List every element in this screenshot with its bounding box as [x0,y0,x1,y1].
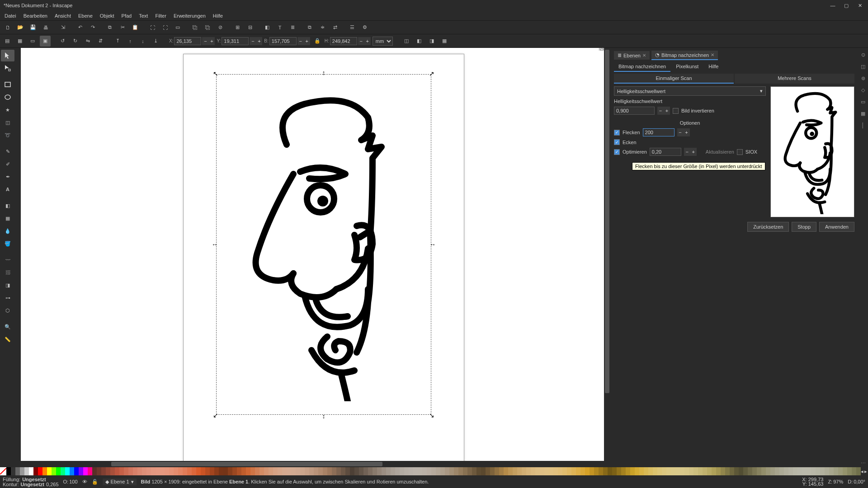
menu-objekt[interactable]: Objekt [96,11,118,20]
eraser-tool-icon[interactable]: ◨ [1,279,14,291]
swatch[interactable] [196,467,201,475]
swatch[interactable] [639,467,644,475]
flip-v-icon[interactable]: ⇵ [95,36,106,47]
selectors-icon[interactable]: ☰ [346,22,358,33]
swatch[interactable] [657,467,662,475]
h-inc[interactable]: + [364,37,371,45]
swatch[interactable] [752,467,757,475]
swatch[interactable] [630,467,635,475]
xml-icon[interactable]: ⧉ [304,22,316,33]
swatch[interactable] [124,467,128,475]
zoom-selection-icon[interactable]: ⛶ [146,22,158,33]
dock-tab-layers[interactable]: ≣ Ebenen ✕ [614,51,650,60]
swatch[interactable] [716,467,721,475]
swatch[interactable] [680,467,684,475]
snap-more-icon[interactable]: ⋯ [859,459,867,467]
swatch[interactable] [413,467,418,475]
rect-tool-icon[interactable] [1,79,14,90]
swatch[interactable] [436,467,440,475]
handle-se[interactable]: ↘ [429,413,434,418]
swatch[interactable] [712,467,716,475]
menu-ebene[interactable]: Ebene [75,11,96,20]
zoom-drawing-icon[interactable]: ⛶ [159,22,171,33]
dropper-tool-icon[interactable]: 💧 [1,225,14,237]
swatch[interactable] [259,467,264,475]
swatch[interactable] [757,467,761,475]
swatch[interactable] [580,467,585,475]
rotate-cw-icon[interactable]: ↻ [70,36,80,47]
swatch[interactable] [287,467,291,475]
swatch[interactable] [693,467,698,475]
swatch[interactable] [169,467,174,475]
swatch[interactable] [29,467,33,475]
zoom-page-icon[interactable]: ▭ [172,22,184,33]
swatch[interactable] [662,467,666,475]
swatch[interactable] [635,467,639,475]
swatch[interactable] [395,467,400,475]
snap-toggle-icon[interactable]: ⊙ [859,51,867,59]
swatch[interactable] [79,467,83,475]
swatch[interactable] [214,467,219,475]
swatch[interactable] [350,467,354,475]
swatch[interactable] [128,467,133,475]
swatch[interactable] [703,467,707,475]
w-input[interactable] [269,37,297,45]
lpe-tool-icon[interactable]: ⬡ [1,305,14,316]
swatch[interactable] [739,467,743,475]
swatch[interactable] [788,467,793,475]
swatch[interactable] [440,467,445,475]
swatch[interactable] [174,467,178,475]
swatch[interactable] [612,467,617,475]
node-tool-icon[interactable] [1,62,14,74]
lower-icon[interactable]: ↓ [137,36,148,47]
layer-selector[interactable]: ◆Ebene 1▾ [103,479,137,485]
swatch[interactable] [797,467,802,475]
swatch[interactable] [779,467,784,475]
swatch[interactable] [33,467,38,475]
swatch[interactable] [359,467,363,475]
trace-method-combo[interactable]: Helligkeitsschwellwert ▾ [614,86,766,96]
close-button[interactable]: ✕ [854,1,866,10]
swatch[interactable] [368,467,373,475]
calligraphy-tool-icon[interactable]: ✒ [1,171,14,183]
swatch[interactable] [92,467,97,475]
new-doc-icon[interactable]: 🗋 [2,22,14,33]
spiral-tool-icon[interactable]: ➰ [1,129,14,141]
swatch[interactable] [156,467,160,475]
gradient-tool-icon[interactable]: ◧ [1,200,14,211]
handle-w[interactable]: ↔ [212,242,217,247]
palette-scroll-icon[interactable]: ◂ [861,467,864,475]
swatch[interactable] [83,467,88,475]
swatch[interactable] [115,467,119,475]
swatch[interactable] [404,467,409,475]
swatch[interactable] [816,467,820,475]
swatch[interactable] [775,467,779,475]
menu-filter[interactable]: Filter [151,11,170,20]
swatch[interactable] [458,467,463,475]
handle-ne[interactable]: ↗ [429,71,434,76]
3dbox-tool-icon[interactable]: ◫ [1,117,14,128]
swatch[interactable] [382,467,386,475]
swatch[interactable] [354,467,359,475]
subtab-trace[interactable]: Bitmap nachzeichnen [614,62,670,72]
swatch[interactable] [42,467,47,475]
swatch[interactable] [684,467,689,475]
swatch[interactable] [431,467,436,475]
swatch[interactable] [445,467,449,475]
swatch[interactable] [291,467,296,475]
h-input[interactable] [330,37,357,45]
snap-other-icon[interactable]: ◇ [859,86,867,94]
menu-bearbeiten[interactable]: Bearbeiten [20,11,51,20]
swatch[interactable] [409,467,413,475]
swatch[interactable] [255,467,259,475]
text-tool-icon[interactable]: A [1,183,14,195]
visibility-icon[interactable]: 👁 [82,479,87,484]
swatch[interactable] [856,467,861,475]
canvas-area[interactable]: ◳ ↖ ↗ ↙ ↘ ↕ ↕ ↔ ↔ [16,48,610,467]
thresh-dec[interactable]: − [657,107,664,115]
no-color-swatch[interactable] [0,467,6,475]
speckles-dec[interactable]: − [677,128,684,136]
flip-h-icon[interactable]: ⇋ [82,36,93,47]
scanmode-single[interactable]: Einmaliger Scan [614,74,734,84]
swatch[interactable] [481,467,486,475]
